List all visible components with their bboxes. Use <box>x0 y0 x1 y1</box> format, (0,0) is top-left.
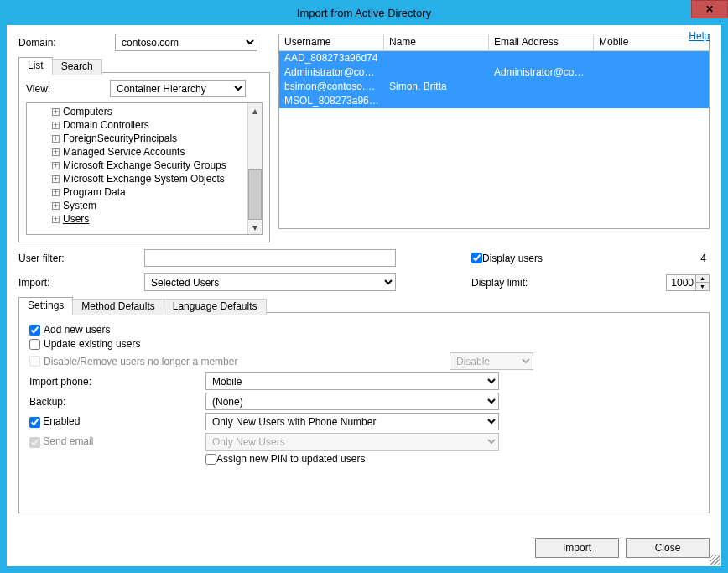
enabled-select[interactable]: Only New Users with Phone Number <box>205 413 499 430</box>
list-row[interactable]: bsimon@contoso.comSimon, Britta <box>279 80 709 94</box>
tree-item: +Computers <box>52 105 247 118</box>
col-username[interactable]: Username <box>279 34 384 50</box>
import-phone-select[interactable]: Mobile <box>205 372 499 390</box>
spin-up-icon[interactable]: ▲ <box>696 275 709 283</box>
display-users-label: Display users <box>482 253 543 264</box>
tree-item: +System <box>52 199 247 212</box>
title-bar: Import from Active Directory ✕ <box>0 0 728 25</box>
import-phone-label: Import phone: <box>29 376 205 388</box>
plus-icon[interactable]: + <box>52 216 60 223</box>
import-label: Import: <box>18 277 144 289</box>
display-users-checkbox[interactable] <box>471 253 482 263</box>
tree-item: +Microsoft Exchange System Objects <box>52 172 247 185</box>
view-label: View: <box>26 83 110 95</box>
result-count: 4 <box>700 253 710 264</box>
tab-search[interactable]: Search <box>52 59 102 75</box>
dialog-body: Help Domain: contoso.com List Search Vie… <box>7 25 721 566</box>
import-select[interactable]: Selected Users <box>144 273 396 291</box>
assign-pin-checkbox[interactable] <box>205 454 216 465</box>
close-button[interactable]: Close <box>626 538 710 558</box>
display-limit-spinner[interactable]: ▲▼ <box>666 274 710 291</box>
col-email[interactable]: Email Address <box>489 34 594 50</box>
domain-select[interactable]: contoso.com <box>115 34 257 51</box>
window-title: Import from Active Directory <box>0 7 728 19</box>
backup-label: Backup: <box>29 396 205 408</box>
scroll-thumb[interactable] <box>248 169 262 220</box>
list-row[interactable]: AAD_808273a96d74 <box>279 51 709 65</box>
scroll-up-icon[interactable]: ▴ <box>248 103 262 117</box>
spin-down-icon[interactable]: ▼ <box>696 283 709 290</box>
settings-panel: Add new users Update existing users Disa… <box>18 312 710 513</box>
plus-icon[interactable]: + <box>52 148 60 156</box>
send-email-select: Only New Users <box>205 433 499 451</box>
add-new-users-checkbox[interactable] <box>29 325 40 336</box>
tree-item: +Users <box>52 212 247 226</box>
user-filter-label: User filter: <box>18 253 144 264</box>
import-button[interactable]: Import <box>535 538 619 558</box>
plus-icon[interactable]: + <box>52 202 60 210</box>
tree-item: +Program Data <box>52 185 247 199</box>
list-row[interactable]: MSOL_808273a96d74 <box>279 94 709 108</box>
help-link[interactable]: Help <box>689 30 710 42</box>
domain-label: Domain: <box>18 37 115 49</box>
list-row[interactable]: Administrator@contos...Administrator@con… <box>279 65 709 80</box>
display-limit-input[interactable] <box>667 275 695 290</box>
plus-icon[interactable]: + <box>52 162 60 169</box>
list-header[interactable]: Username Name Email Address Mobile <box>279 34 709 51</box>
tree-item: +Managed Service Accounts <box>52 145 247 159</box>
plus-icon[interactable]: + <box>52 135 60 143</box>
container-tree[interactable]: +Computers +Domain Controllers +ForeignS… <box>27 103 247 234</box>
col-mobile[interactable]: Mobile <box>594 34 678 50</box>
display-limit-label: Display limit: <box>471 277 580 289</box>
disable-action-select: Disable <box>450 352 533 370</box>
plus-icon[interactable]: + <box>52 108 60 116</box>
user-filter-input[interactable] <box>144 249 396 267</box>
plus-icon[interactable]: + <box>52 175 60 183</box>
view-select[interactable]: Container Hierarchy <box>110 80 246 97</box>
col-name[interactable]: Name <box>384 34 489 50</box>
tree-item: +Domain Controllers <box>52 118 247 132</box>
backup-select[interactable]: (None) <box>205 393 499 410</box>
plus-icon[interactable]: + <box>52 122 60 129</box>
tree-item: +Microsoft Exchange Security Groups <box>52 159 247 172</box>
list-tab-panel: View: Container Hierarchy +Computers +Do… <box>18 72 270 242</box>
disable-remove-checkbox <box>29 356 40 367</box>
tab-method-defaults[interactable]: Method Defaults <box>72 299 164 315</box>
send-email-checkbox <box>29 437 40 448</box>
users-list[interactable]: Username Name Email Address Mobile AAD_8… <box>278 34 710 229</box>
tab-language-defaults[interactable]: Language Defaults <box>164 299 267 315</box>
plus-icon[interactable]: + <box>52 189 60 196</box>
close-icon[interactable]: ✕ <box>691 0 728 18</box>
enabled-checkbox[interactable] <box>29 417 40 428</box>
tree-scrollbar[interactable]: ▴ ▾ <box>247 103 262 234</box>
scroll-down-icon[interactable]: ▾ <box>248 220 262 234</box>
tab-settings[interactable]: Settings <box>18 297 73 313</box>
tab-list[interactable]: List <box>18 57 53 73</box>
resize-grip-icon[interactable] <box>710 555 720 565</box>
update-existing-checkbox[interactable] <box>29 339 40 350</box>
tree-item: +ForeignSecurityPrincipals <box>52 132 247 145</box>
